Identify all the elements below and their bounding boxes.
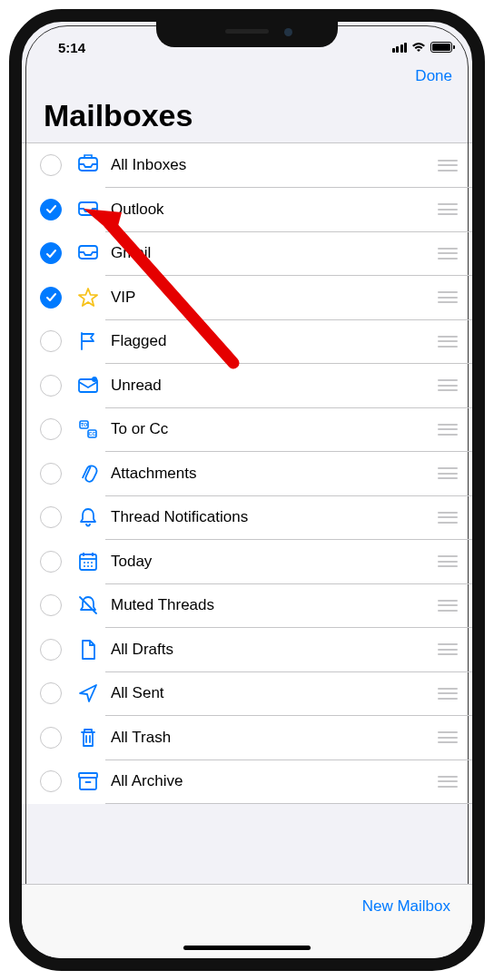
tocc-icon <box>74 418 102 440</box>
mailbox-label: All Archive <box>111 772 438 790</box>
selection-checkbox[interactable] <box>40 639 62 661</box>
draft-icon <box>74 639 102 661</box>
mailbox-label: All Sent <box>111 684 438 702</box>
unread-icon <box>74 375 102 397</box>
selection-checkbox[interactable] <box>40 594 62 616</box>
list-item[interactable]: To or Cc <box>22 407 472 452</box>
list-item[interactable]: All Inboxes <box>22 143 472 188</box>
trash-icon <box>74 727 102 749</box>
inbox-icon <box>74 242 102 264</box>
list-item[interactable]: Today <box>22 540 472 584</box>
paperclip-icon <box>74 463 102 485</box>
list-item[interactable]: Flagged <box>22 319 472 364</box>
page-title: Mailboxes <box>22 93 472 142</box>
phone-frame: 5:14 Done Mailboxes All InboxesOutlookGm… <box>9 9 485 971</box>
mailbox-label: Thread Notifications <box>111 508 438 526</box>
star-icon <box>74 287 102 309</box>
list-item[interactable]: Attachments <box>22 452 472 496</box>
cellular-signal-icon <box>392 43 408 53</box>
drag-handle-icon[interactable] <box>438 555 458 567</box>
list-item[interactable]: Outlook <box>22 188 472 232</box>
drag-handle-icon[interactable] <box>438 467 458 479</box>
selection-checkbox[interactable] <box>40 682 62 704</box>
mailbox-label: All Trash <box>111 729 438 747</box>
bell-icon <box>74 506 102 528</box>
list-item[interactable]: VIP <box>22 276 472 320</box>
battery-icon <box>430 42 452 53</box>
list-item[interactable]: Unread <box>22 364 472 408</box>
mailbox-label: VIP <box>111 289 438 307</box>
drag-handle-icon[interactable] <box>438 336 458 348</box>
flag-icon <box>74 330 102 352</box>
bottom-toolbar: New Mailbox <box>22 884 472 958</box>
sent-icon <box>74 682 102 704</box>
drag-handle-icon[interactable] <box>438 731 458 743</box>
drag-handle-icon[interactable] <box>438 203 458 215</box>
drag-handle-icon[interactable] <box>438 424 458 436</box>
all-inboxes-icon <box>74 154 102 176</box>
selection-checkbox[interactable] <box>40 242 62 264</box>
drag-handle-icon[interactable] <box>438 776 458 788</box>
drag-handle-icon[interactable] <box>438 160 458 172</box>
mailbox-label: Outlook <box>111 201 438 219</box>
selection-checkbox[interactable] <box>40 506 62 528</box>
drag-handle-icon[interactable] <box>438 512 458 524</box>
list-item[interactable]: Gmail <box>22 231 472 276</box>
archive-icon <box>74 770 102 792</box>
mailbox-label: Gmail <box>111 244 438 262</box>
mailbox-label: Attachments <box>111 465 438 483</box>
selection-checkbox[interactable] <box>40 463 62 485</box>
inbox-icon <box>74 199 102 220</box>
status-time: 5:14 <box>22 40 122 55</box>
drag-handle-icon[interactable] <box>438 248 458 260</box>
selection-checkbox[interactable] <box>40 770 62 792</box>
bell-slash-icon <box>74 594 102 616</box>
selection-checkbox[interactable] <box>40 418 62 440</box>
selection-checkbox[interactable] <box>40 727 62 749</box>
calendar-icon <box>74 551 102 573</box>
mailbox-list: All InboxesOutlookGmailVIPFlaggedUnreadT… <box>22 142 472 804</box>
list-item[interactable]: Muted Threads <box>22 583 472 628</box>
list-item[interactable]: All Archive <box>22 760 472 804</box>
selection-checkbox[interactable] <box>40 199 62 220</box>
selection-checkbox[interactable] <box>40 375 62 397</box>
selection-checkbox[interactable] <box>40 551 62 573</box>
drag-handle-icon[interactable] <box>438 688 458 700</box>
drag-handle-icon[interactable] <box>438 379 458 391</box>
mailbox-label: All Inboxes <box>111 156 438 174</box>
selection-checkbox[interactable] <box>40 330 62 352</box>
list-item[interactable]: All Drafts <box>22 628 472 672</box>
mailbox-label: Flagged <box>111 332 438 350</box>
home-indicator <box>183 946 311 950</box>
drag-handle-icon[interactable] <box>438 600 458 612</box>
selection-checkbox[interactable] <box>40 287 62 309</box>
list-item[interactable]: All Sent <box>22 671 472 716</box>
mailbox-label: All Drafts <box>111 641 438 659</box>
new-mailbox-button[interactable]: New Mailbox <box>362 897 450 916</box>
drag-handle-icon[interactable] <box>438 643 458 655</box>
wifi-icon <box>411 42 426 53</box>
notch <box>156 16 338 47</box>
nav-bar: Done <box>22 62 472 93</box>
drag-handle-icon[interactable] <box>438 291 458 303</box>
list-item[interactable]: All Trash <box>22 716 472 760</box>
list-item[interactable]: Thread Notifications <box>22 495 472 540</box>
mailbox-label: Today <box>111 553 438 571</box>
mailbox-label: Muted Threads <box>111 596 438 614</box>
mailbox-label: Unread <box>111 377 438 395</box>
done-button[interactable]: Done <box>415 67 452 85</box>
mailbox-label: To or Cc <box>111 420 438 438</box>
selection-checkbox[interactable] <box>40 154 62 176</box>
